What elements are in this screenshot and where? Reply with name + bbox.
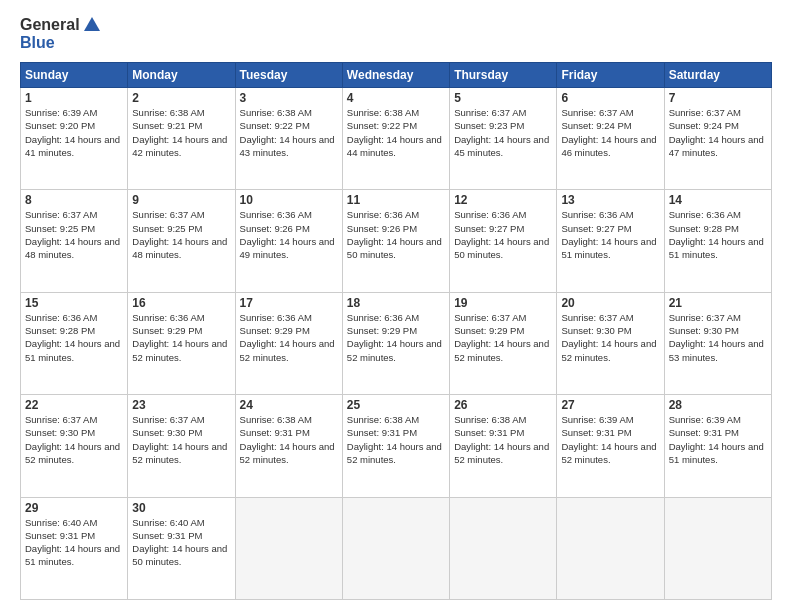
day-info: Sunrise: 6:37 AM Sunset: 9:24 PM Dayligh…: [669, 106, 767, 159]
calendar-table: SundayMondayTuesdayWednesdayThursdayFrid…: [20, 62, 772, 600]
calendar-cell: 20 Sunrise: 6:37 AM Sunset: 9:30 PM Dayl…: [557, 292, 664, 394]
sunset-label: Sunset: 9:29 PM: [347, 325, 417, 336]
calendar-cell: 30 Sunrise: 6:40 AM Sunset: 9:31 PM Dayl…: [128, 497, 235, 599]
calendar-cell: [450, 497, 557, 599]
day-info: Sunrise: 6:39 AM Sunset: 9:31 PM Dayligh…: [669, 413, 767, 466]
day-number: 17: [240, 296, 338, 310]
sunset-label: Sunset: 9:31 PM: [240, 427, 310, 438]
day-number: 18: [347, 296, 445, 310]
sunset-label: Sunset: 9:27 PM: [454, 223, 524, 234]
daylight-label: Daylight: 14 hours and 52 minutes.: [454, 338, 549, 362]
sunset-label: Sunset: 9:31 PM: [347, 427, 417, 438]
day-info: Sunrise: 6:38 AM Sunset: 9:31 PM Dayligh…: [240, 413, 338, 466]
daylight-label: Daylight: 14 hours and 41 minutes.: [25, 134, 120, 158]
day-info: Sunrise: 6:37 AM Sunset: 9:29 PM Dayligh…: [454, 311, 552, 364]
daylight-label: Daylight: 14 hours and 52 minutes.: [240, 338, 335, 362]
calendar-cell: 16 Sunrise: 6:36 AM Sunset: 9:29 PM Dayl…: [128, 292, 235, 394]
day-number: 12: [454, 193, 552, 207]
header: General Blue: [20, 16, 772, 52]
calendar-cell: 28 Sunrise: 6:39 AM Sunset: 9:31 PM Dayl…: [664, 395, 771, 497]
calendar-day-header: Monday: [128, 63, 235, 88]
calendar-body: 1 Sunrise: 6:39 AM Sunset: 9:20 PM Dayli…: [21, 88, 772, 600]
sunset-label: Sunset: 9:30 PM: [561, 325, 631, 336]
sunrise-label: Sunrise: 6:37 AM: [25, 209, 97, 220]
daylight-label: Daylight: 14 hours and 50 minutes.: [347, 236, 442, 260]
calendar-cell: 5 Sunrise: 6:37 AM Sunset: 9:23 PM Dayli…: [450, 88, 557, 190]
day-number: 6: [561, 91, 659, 105]
calendar-day-header: Thursday: [450, 63, 557, 88]
day-info: Sunrise: 6:36 AM Sunset: 9:27 PM Dayligh…: [561, 208, 659, 261]
sunrise-label: Sunrise: 6:36 AM: [132, 312, 204, 323]
day-info: Sunrise: 6:37 AM Sunset: 9:25 PM Dayligh…: [25, 208, 123, 261]
sunset-label: Sunset: 9:31 PM: [561, 427, 631, 438]
sunrise-label: Sunrise: 6:37 AM: [132, 414, 204, 425]
calendar-cell: 22 Sunrise: 6:37 AM Sunset: 9:30 PM Dayl…: [21, 395, 128, 497]
day-info: Sunrise: 6:36 AM Sunset: 9:29 PM Dayligh…: [132, 311, 230, 364]
day-number: 8: [25, 193, 123, 207]
daylight-label: Daylight: 14 hours and 51 minutes.: [25, 543, 120, 567]
calendar-cell: 3 Sunrise: 6:38 AM Sunset: 9:22 PM Dayli…: [235, 88, 342, 190]
calendar-cell: 24 Sunrise: 6:38 AM Sunset: 9:31 PM Dayl…: [235, 395, 342, 497]
day-number: 10: [240, 193, 338, 207]
sunrise-label: Sunrise: 6:37 AM: [454, 312, 526, 323]
day-info: Sunrise: 6:38 AM Sunset: 9:31 PM Dayligh…: [347, 413, 445, 466]
sunset-label: Sunset: 9:30 PM: [25, 427, 95, 438]
sunrise-label: Sunrise: 6:36 AM: [669, 209, 741, 220]
sunrise-label: Sunrise: 6:37 AM: [669, 312, 741, 323]
calendar-week-row: 8 Sunrise: 6:37 AM Sunset: 9:25 PM Dayli…: [21, 190, 772, 292]
day-info: Sunrise: 6:36 AM Sunset: 9:27 PM Dayligh…: [454, 208, 552, 261]
sunset-label: Sunset: 9:25 PM: [132, 223, 202, 234]
daylight-label: Daylight: 14 hours and 52 minutes.: [561, 338, 656, 362]
sunset-label: Sunset: 9:29 PM: [240, 325, 310, 336]
logo-blue-text: Blue: [20, 34, 55, 52]
day-info: Sunrise: 6:37 AM Sunset: 9:25 PM Dayligh…: [132, 208, 230, 261]
calendar-cell: 29 Sunrise: 6:40 AM Sunset: 9:31 PM Dayl…: [21, 497, 128, 599]
day-info: Sunrise: 6:36 AM Sunset: 9:28 PM Dayligh…: [669, 208, 767, 261]
daylight-label: Daylight: 14 hours and 49 minutes.: [240, 236, 335, 260]
day-number: 28: [669, 398, 767, 412]
sunset-label: Sunset: 9:23 PM: [454, 120, 524, 131]
calendar-cell: 7 Sunrise: 6:37 AM Sunset: 9:24 PM Dayli…: [664, 88, 771, 190]
sunrise-label: Sunrise: 6:36 AM: [347, 312, 419, 323]
day-number: 5: [454, 91, 552, 105]
day-info: Sunrise: 6:40 AM Sunset: 9:31 PM Dayligh…: [25, 516, 123, 569]
daylight-label: Daylight: 14 hours and 51 minutes.: [669, 236, 764, 260]
sunset-label: Sunset: 9:22 PM: [240, 120, 310, 131]
day-number: 30: [132, 501, 230, 515]
daylight-label: Daylight: 14 hours and 44 minutes.: [347, 134, 442, 158]
day-info: Sunrise: 6:38 AM Sunset: 9:22 PM Dayligh…: [240, 106, 338, 159]
sunrise-label: Sunrise: 6:36 AM: [454, 209, 526, 220]
day-number: 29: [25, 501, 123, 515]
sunrise-label: Sunrise: 6:40 AM: [132, 517, 204, 528]
calendar-week-row: 1 Sunrise: 6:39 AM Sunset: 9:20 PM Dayli…: [21, 88, 772, 190]
calendar-cell: 4 Sunrise: 6:38 AM Sunset: 9:22 PM Dayli…: [342, 88, 449, 190]
day-info: Sunrise: 6:36 AM Sunset: 9:28 PM Dayligh…: [25, 311, 123, 364]
calendar-cell: 19 Sunrise: 6:37 AM Sunset: 9:29 PM Dayl…: [450, 292, 557, 394]
sunset-label: Sunset: 9:25 PM: [25, 223, 95, 234]
calendar-cell: 13 Sunrise: 6:36 AM Sunset: 9:27 PM Dayl…: [557, 190, 664, 292]
daylight-label: Daylight: 14 hours and 48 minutes.: [132, 236, 227, 260]
day-number: 14: [669, 193, 767, 207]
daylight-label: Daylight: 14 hours and 45 minutes.: [454, 134, 549, 158]
day-number: 19: [454, 296, 552, 310]
sunset-label: Sunset: 9:28 PM: [25, 325, 95, 336]
calendar-cell: 1 Sunrise: 6:39 AM Sunset: 9:20 PM Dayli…: [21, 88, 128, 190]
calendar-cell: 8 Sunrise: 6:37 AM Sunset: 9:25 PM Dayli…: [21, 190, 128, 292]
calendar-week-row: 15 Sunrise: 6:36 AM Sunset: 9:28 PM Dayl…: [21, 292, 772, 394]
day-number: 16: [132, 296, 230, 310]
sunrise-label: Sunrise: 6:40 AM: [25, 517, 97, 528]
calendar-cell: 18 Sunrise: 6:36 AM Sunset: 9:29 PM Dayl…: [342, 292, 449, 394]
daylight-label: Daylight: 14 hours and 47 minutes.: [669, 134, 764, 158]
daylight-label: Daylight: 14 hours and 52 minutes.: [132, 338, 227, 362]
calendar-cell: 21 Sunrise: 6:37 AM Sunset: 9:30 PM Dayl…: [664, 292, 771, 394]
sunrise-label: Sunrise: 6:38 AM: [347, 107, 419, 118]
calendar-week-row: 22 Sunrise: 6:37 AM Sunset: 9:30 PM Dayl…: [21, 395, 772, 497]
sunset-label: Sunset: 9:29 PM: [132, 325, 202, 336]
calendar-day-header: Tuesday: [235, 63, 342, 88]
sunrise-label: Sunrise: 6:38 AM: [347, 414, 419, 425]
day-number: 13: [561, 193, 659, 207]
day-number: 9: [132, 193, 230, 207]
day-info: Sunrise: 6:40 AM Sunset: 9:31 PM Dayligh…: [132, 516, 230, 569]
sunset-label: Sunset: 9:26 PM: [240, 223, 310, 234]
day-info: Sunrise: 6:38 AM Sunset: 9:31 PM Dayligh…: [454, 413, 552, 466]
